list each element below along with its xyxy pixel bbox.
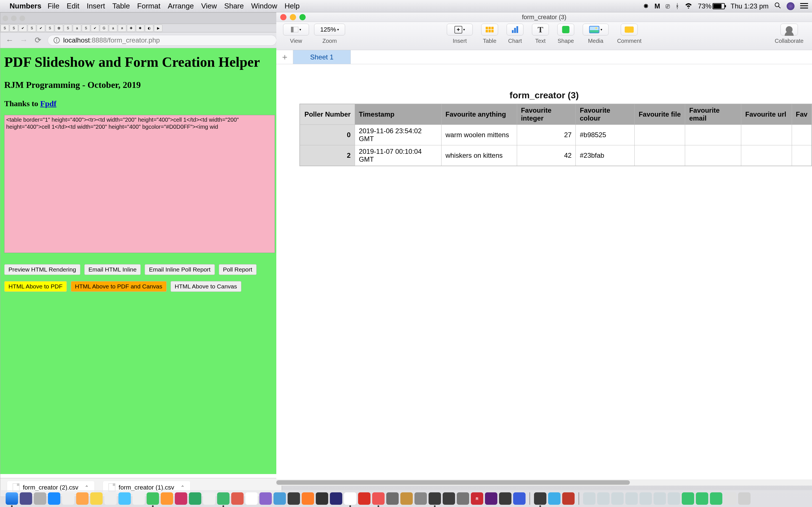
email-html-inline-button[interactable]: Email HTML Inline	[84, 264, 141, 275]
html-to-canvas-button[interactable]: HTML Above to Canvas	[170, 281, 241, 292]
bookmark-icon[interactable]: S	[82, 24, 90, 32]
bookmark-icon[interactable]: я	[118, 24, 126, 32]
menu-format[interactable]: Format	[137, 2, 160, 10]
bookmark-icon[interactable]: a	[109, 24, 117, 32]
dock-app-icon[interactable]	[548, 492, 560, 505]
shape-button[interactable]	[557, 24, 574, 36]
cell[interactable]	[792, 145, 811, 166]
col-fav-url[interactable]: Favourite url	[741, 104, 792, 125]
bookmark-icon[interactable]: ✚	[127, 24, 135, 32]
bookmark-icon[interactable]: ✔	[18, 24, 27, 32]
view-button[interactable]: ▾	[283, 24, 309, 36]
window-close[interactable]	[280, 14, 287, 20]
cell[interactable]: warm woolen mittens	[442, 125, 517, 145]
bookmark-icon[interactable]: S	[46, 24, 54, 32]
html-source-textarea[interactable]: <table border="1" height="400"><tr><td w…	[4, 115, 275, 253]
menu-arrange[interactable]: Arrange	[168, 2, 194, 10]
dock-app-icon[interactable]	[443, 492, 455, 505]
dock-app-icon[interactable]	[147, 492, 159, 505]
dock-app-icon[interactable]	[288, 492, 300, 505]
address-bar[interactable]: i localhost:8888/form_creator.php	[48, 35, 276, 46]
dock-app-icon[interactable]	[231, 492, 244, 505]
window-minimize[interactable]	[290, 14, 296, 20]
dock-numbers-doc[interactable]	[682, 492, 694, 505]
cell[interactable]: 42	[517, 145, 576, 166]
comment-button[interactable]	[621, 24, 638, 36]
bookmark-icon[interactable]: ◐	[145, 24, 153, 32]
dock-stack[interactable]	[668, 492, 680, 505]
app-name[interactable]: Numbers	[10, 2, 42, 10]
dock-app-icon[interactable]	[20, 492, 32, 505]
bluetooth-icon[interactable]: ᚼ	[675, 2, 679, 10]
dock-app-icon[interactable]	[302, 492, 314, 505]
bookmark-icon[interactable]: S	[1, 24, 9, 32]
reload-button[interactable]: ⟳	[34, 36, 42, 45]
dock-app-icon[interactable]	[316, 492, 328, 505]
spreadsheet-canvas[interactable]: form_creator (3) Poller Number Timestamp…	[276, 64, 812, 486]
menu-insert[interactable]: Insert	[87, 2, 105, 10]
table-row[interactable]: 2 2019-11-07 00:10:04 GMT whiskers on ki…	[300, 145, 812, 166]
dock-stack[interactable]	[597, 492, 610, 505]
col-fav-colour[interactable]: Favourite colour	[576, 104, 635, 125]
cell[interactable]	[741, 145, 792, 166]
email-inline-poll-button[interactable]: Email Inline Poll Report	[145, 264, 214, 275]
table-button[interactable]	[481, 24, 498, 36]
menu-file[interactable]: File	[48, 2, 59, 10]
collaborate-button[interactable]	[780, 24, 798, 36]
cell[interactable]	[792, 125, 811, 145]
col-fav-integer[interactable]: Favourite integer	[517, 104, 576, 125]
dock-app-icon[interactable]	[358, 492, 370, 505]
dock-stack[interactable]	[625, 492, 638, 505]
cell[interactable]	[685, 145, 741, 166]
menu-help[interactable]: Help	[285, 2, 299, 10]
dock-app-icon[interactable]	[245, 492, 258, 505]
chart-button[interactable]	[507, 24, 523, 36]
col-timestamp[interactable]: Timestamp	[355, 104, 441, 125]
cell[interactable]: #b98525	[576, 125, 635, 145]
window-zoom[interactable]	[299, 14, 306, 20]
wifi-icon[interactable]	[685, 2, 692, 10]
col-fav-trunc[interactable]: Fav	[792, 104, 811, 125]
dock-app-icon[interactable]	[400, 492, 413, 505]
cell[interactable]: whiskers on kittens	[442, 145, 517, 166]
preview-html-button[interactable]: Preview HTML Rendering	[4, 264, 80, 275]
bookmark-icon[interactable]: ✔	[37, 24, 45, 32]
dock-app-icon[interactable]	[414, 492, 427, 505]
dock-app-icon[interactable]	[203, 492, 215, 505]
dock-trash[interactable]	[738, 492, 751, 505]
dock-stack[interactable]	[583, 492, 596, 505]
cell[interactable]: 2019-11-06 23:54:02 GMT	[355, 125, 441, 145]
sheet-tab[interactable]: Sheet 1	[293, 50, 351, 64]
clock[interactable]: Thu 1:23 pm	[730, 2, 769, 10]
dock-app-icon[interactable]	[118, 492, 131, 505]
airplay-icon[interactable]: ⎚	[666, 2, 670, 10]
cell[interactable]	[685, 125, 741, 145]
menu-window[interactable]: Window	[251, 2, 277, 10]
dock-app-icon[interactable]	[344, 492, 356, 505]
bookmark-icon[interactable]: S	[28, 24, 36, 32]
cell[interactable]	[635, 145, 685, 166]
bookmark-icon[interactable]: ✱	[136, 24, 144, 32]
bookmark-icon[interactable]: G	[100, 24, 108, 32]
data-table[interactable]: Poller Number Timestamp Favourite anythi…	[299, 104, 812, 166]
dock-app-icon[interactable]	[499, 492, 511, 505]
dock-stack[interactable]	[654, 492, 666, 505]
statusbar-icon[interactable]: M	[654, 2, 660, 10]
insert-button[interactable]: +▾	[447, 24, 473, 36]
media-button[interactable]: ▾	[583, 24, 609, 36]
battery-status[interactable]: 73%	[698, 2, 725, 10]
bookmark-icon[interactable]: S	[10, 24, 18, 32]
site-info-icon[interactable]: i	[54, 37, 60, 43]
cell[interactable]: 2	[300, 145, 355, 166]
dock-app-icon[interactable]	[386, 492, 399, 505]
download-menu-caret[interactable]: ⌃	[181, 485, 185, 491]
dock-app-icon[interactable]	[330, 492, 342, 505]
dock-app-icon[interactable]	[372, 492, 385, 505]
html-to-pdf-and-canvas-button[interactable]: HTML Above to PDF and Canvas	[71, 281, 167, 292]
col-fav-file[interactable]: Favourite file	[635, 104, 685, 125]
col-fav-anything[interactable]: Favourite anything	[442, 104, 517, 125]
menu-share[interactable]: Share	[224, 2, 244, 10]
dock-app-icon[interactable]	[6, 492, 18, 505]
menu-view[interactable]: View	[201, 2, 217, 10]
spotlight-icon[interactable]	[774, 2, 781, 10]
